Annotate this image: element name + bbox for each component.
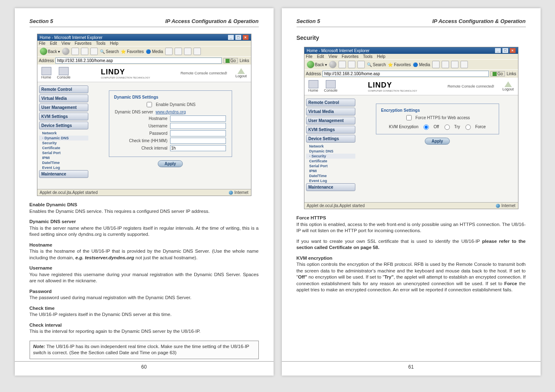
apply-button[interactable]: Apply [425, 138, 450, 145]
menu-favorites[interactable]: Favorites [342, 54, 359, 59]
address-input[interactable] [55, 58, 222, 64]
menu-file[interactable]: File [39, 41, 46, 46]
sidebar-sub-network[interactable]: Network [306, 144, 355, 149]
address-input[interactable] [322, 71, 489, 77]
sidebar-sub-ipmi[interactable]: IPMI [306, 168, 355, 173]
forward-icon[interactable] [329, 61, 336, 68]
links-label[interactable]: Links [507, 71, 516, 76]
sidebar-item-device-settings[interactable]: Device Settings [306, 135, 355, 143]
force-https-checkbox[interactable] [406, 115, 412, 120]
history-icon[interactable] [432, 61, 440, 68]
text-enable: Enables the Dynamic DNS service. This re… [30, 209, 210, 214]
media-button[interactable]: 🔵 Media [146, 49, 163, 54]
console-link[interactable]: Console [324, 80, 338, 92]
home-icon[interactable] [357, 61, 365, 68]
sidebar-item-virtual-media[interactable]: Virtual Media [39, 95, 88, 102]
sidebar-sub-security[interactable]: ◦ Security [306, 154, 355, 159]
print-icon[interactable] [184, 48, 191, 55]
sidebar-item-virtual-media[interactable]: Virtual Media [306, 108, 355, 115]
go-button[interactable]: Go [491, 71, 505, 76]
menu-view[interactable]: View [328, 54, 337, 59]
sidebar-sub-dynamic-dns[interactable]: ◦ Dynamic DNS [39, 136, 88, 141]
back-button[interactable]: Back ▾ [40, 48, 60, 55]
search-button[interactable]: 🔍 Search [100, 49, 119, 54]
minimize-icon[interactable]: _ [495, 48, 501, 53]
sidebar-item-kvm-settings[interactable]: KVM Settings [39, 113, 88, 120]
sidebar-sub-date-time[interactable]: Date/Time [39, 160, 88, 165]
apply-button[interactable]: Apply [158, 160, 183, 167]
text-kvm-d: Try" [384, 274, 394, 279]
menu-edit[interactable]: Edit [317, 54, 324, 59]
enable-ddns-checkbox[interactable] [147, 102, 152, 107]
mail-icon[interactable] [175, 48, 182, 55]
sidebar-sub-certificate[interactable]: Certificate [39, 145, 88, 150]
home-link[interactable]: Home [309, 80, 318, 92]
text-force-https: If this option is enabled, access to the… [297, 222, 526, 233]
logout-link[interactable]: Logout [235, 68, 247, 78]
home-icon[interactable] [90, 48, 98, 55]
stop-icon[interactable] [71, 48, 79, 55]
console-link[interactable]: Console [57, 67, 71, 79]
mail-icon[interactable] [442, 61, 449, 68]
password-input[interactable] [170, 130, 226, 136]
forward-icon[interactable] [62, 48, 69, 55]
sidebar-item-maintenance[interactable]: Maintenance [306, 183, 355, 191]
sidebar-sub-event-log[interactable]: Event Log [306, 178, 355, 183]
close-icon[interactable]: × [510, 48, 516, 53]
internet-icon [229, 191, 233, 195]
sidebar-sub-ipmi[interactable]: IPMI [39, 155, 88, 160]
logout-link[interactable]: Logout [502, 81, 514, 91]
media-button[interactable]: 🔵 Media [413, 62, 430, 67]
minimize-icon[interactable]: _ [228, 35, 234, 40]
home-link[interactable]: Home [41, 67, 51, 79]
sidebar-item-user-management[interactable]: User Management [39, 104, 88, 111]
sidebar-sub-security[interactable]: Security [39, 141, 88, 145]
links-label[interactable]: Links [240, 58, 249, 63]
ddns-server-link[interactable]: www.dyndns.org [156, 110, 186, 114]
sidebar-sub-certificate[interactable]: Certificate [306, 159, 355, 164]
hostname-input[interactable] [170, 115, 226, 122]
edit-icon[interactable] [461, 61, 468, 68]
sidebar-sub-date-time[interactable]: Date/Time [306, 173, 355, 178]
refresh-icon[interactable] [81, 48, 88, 55]
heading-checktime: Check time [30, 306, 55, 311]
close-icon[interactable]: × [243, 35, 249, 40]
menu-help[interactable]: Help [377, 54, 386, 59]
menu-tools[interactable]: Tools [96, 41, 105, 46]
sidebar-sub-dynamic-dns[interactable]: Dynamic DNS [306, 149, 355, 154]
sidebar-sub-serial-port[interactable]: Serial Port [306, 164, 355, 168]
menu-edit[interactable]: Edit [50, 41, 57, 46]
refresh-icon[interactable] [348, 61, 355, 68]
edit-icon[interactable] [193, 48, 201, 55]
sidebar-item-remote-control[interactable]: Remote Control [39, 85, 88, 93]
favorites-button[interactable]: ⭐ Favorites [121, 49, 144, 54]
menu-view[interactable]: View [61, 41, 70, 46]
check-time-input[interactable] [170, 138, 226, 144]
kvm-off-radio[interactable] [424, 125, 429, 130]
sidebar-item-kvm-settings[interactable]: KVM Settings [306, 126, 355, 134]
check-interval-select[interactable] [170, 145, 226, 151]
maximize-icon[interactable]: □ [235, 35, 241, 40]
username-input[interactable] [170, 123, 226, 129]
maximize-icon[interactable]: □ [502, 48, 508, 53]
menu-file[interactable]: File [306, 54, 313, 59]
menu-favorites[interactable]: Favorites [75, 41, 92, 46]
sidebar-sub-serial-port[interactable]: Serial Port [39, 150, 88, 155]
go-button[interactable]: Go [223, 58, 238, 63]
kvm-try-radio[interactable] [444, 125, 450, 130]
print-icon[interactable] [451, 61, 458, 68]
sidebar-sub-network[interactable]: Network [39, 131, 88, 136]
search-button[interactable]: 🔍 Search [367, 62, 386, 67]
menu-tools[interactable]: Tools [363, 54, 372, 59]
back-button[interactable]: Back ▾ [307, 61, 327, 68]
sidebar-item-remote-control[interactable]: Remote Control [306, 99, 355, 106]
history-icon[interactable] [165, 48, 173, 55]
sidebar-item-user-management[interactable]: User Management [306, 117, 355, 125]
favorites-button[interactable]: ⭐ Favorites [388, 62, 411, 67]
kvm-force-radio[interactable] [465, 125, 471, 130]
stop-icon[interactable] [339, 61, 346, 68]
sidebar-item-maintenance[interactable]: Maintenance [39, 170, 88, 178]
menu-help[interactable]: Help [110, 41, 119, 46]
sidebar-item-device-settings[interactable]: Device Settings [39, 122, 88, 129]
sidebar-sub-event-log[interactable]: Event Log [39, 165, 88, 170]
